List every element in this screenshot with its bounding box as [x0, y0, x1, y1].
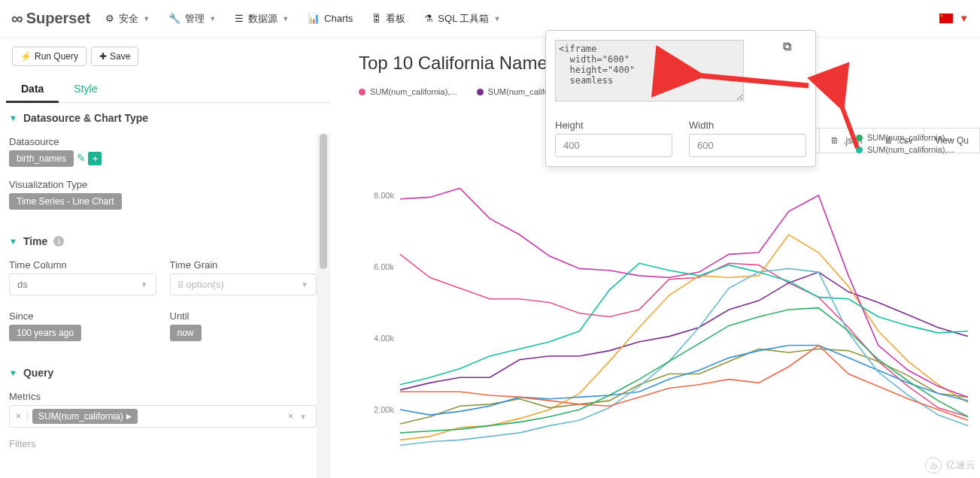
- brand[interactable]: ∞Superset: [11, 9, 90, 29]
- info-icon[interactable]: i: [53, 236, 64, 247]
- nav-datasources[interactable]: ☰数据源▼: [235, 12, 289, 26]
- flask-icon: ⚗: [424, 13, 433, 24]
- svg-text:8.00k: 8.00k: [374, 191, 394, 200]
- svg-text:2.00k: 2.00k: [374, 405, 394, 414]
- flag-icon[interactable]: [939, 14, 953, 23]
- height-input[interactable]: [555, 134, 672, 157]
- time-column-select[interactable]: ds▼: [9, 274, 156, 295]
- watermark-text: 亿速云: [946, 458, 975, 472]
- add-icon[interactable]: ＋: [88, 152, 102, 165]
- legend-text: SUM(num_california),...: [867, 145, 954, 154]
- chevron-down-icon: ▼: [301, 280, 308, 289]
- svg-line-14: [841, 104, 857, 148]
- metric-chip[interactable]: SUM(num_california)▶: [32, 409, 138, 424]
- select-placeholder: 8 option(s): [178, 279, 224, 290]
- control-panel: ▼Datasource & Chart Type Datasource birt…: [6, 103, 330, 449]
- dashboard-icon: 🎛: [372, 13, 381, 24]
- until-label: Until: [170, 310, 317, 322]
- datasource-value[interactable]: birth_names: [9, 150, 74, 167]
- wrench-icon: 🔧: [168, 13, 181, 24]
- viz-type-label: Visualization Type: [9, 179, 317, 190]
- triangle-icon: ▼: [9, 237, 17, 246]
- select-value: ds: [17, 279, 28, 290]
- legend-right: SUM(num_california),... SUM(num_californ…: [856, 133, 954, 157]
- legend-dot: [359, 89, 366, 95]
- legend-text: SUM(num_california),...: [867, 133, 954, 142]
- clear-icon[interactable]: ×: [288, 411, 293, 422]
- viz-type-value[interactable]: Time Series - Line Chart: [9, 193, 122, 210]
- metric-remove-icon[interactable]: ×: [10, 411, 28, 422]
- metrics-select[interactable]: × SUM(num_california)▶ ×▼: [9, 405, 317, 428]
- svg-text:6.00k: 6.00k: [374, 262, 394, 271]
- brand-text: Superset: [26, 10, 91, 27]
- section-label: Time: [23, 235, 47, 247]
- since-label: Since: [9, 310, 156, 322]
- nav-label: Charts: [324, 13, 353, 24]
- chevron-down-icon: ▼: [282, 15, 289, 23]
- watermark: ゐ 亿速云: [925, 457, 975, 473]
- bolt-icon: ⚡: [20, 51, 32, 62]
- nav-label: 安全: [119, 12, 138, 26]
- width-input[interactable]: [689, 134, 806, 157]
- run-query-button[interactable]: ⚡Run Query: [12, 47, 86, 66]
- triangle-icon: ▼: [9, 113, 17, 123]
- database-icon: ☰: [235, 13, 244, 24]
- copy-icon[interactable]: ⧉: [783, 40, 791, 53]
- nav-charts[interactable]: 📊Charts: [308, 12, 353, 26]
- filters-label: Filters: [9, 438, 317, 449]
- toolbar: ⚡Run Query ✚Save: [6, 38, 330, 72]
- nav-label: SQL 工具箱: [438, 12, 489, 26]
- edit-icon[interactable]: ✎: [77, 152, 86, 164]
- chevron-down-icon: ▼: [143, 15, 150, 23]
- section-label: Datasource & Chart Type: [23, 112, 148, 124]
- svg-text:4.00k: 4.00k: [374, 334, 394, 343]
- nav-label: 看板: [386, 12, 405, 26]
- nav-right: ▼: [939, 13, 969, 24]
- save-button[interactable]: ✚Save: [91, 47, 138, 66]
- tabs: Data Style: [6, 77, 330, 103]
- tab-data[interactable]: Data: [6, 77, 59, 103]
- width-label: Width: [689, 120, 806, 131]
- legend-item[interactable]: SUM(num_california),...: [359, 87, 457, 96]
- nav-label: 管理: [185, 12, 205, 26]
- annotation-arrow: [835, 99, 865, 154]
- line-chart: 0.002.00k4.00k6.00k8.00k1965197019751980…: [359, 188, 975, 478]
- height-label: Height: [555, 120, 672, 131]
- embed-popover: ⧉ Height Width: [545, 30, 816, 167]
- chevron-right-icon: ▶: [126, 413, 132, 420]
- legend-item[interactable]: SUM(num_california),...: [856, 133, 954, 142]
- scroll-thumb[interactable]: [320, 134, 327, 269]
- section-query[interactable]: ▼Query: [9, 358, 317, 383]
- nav-manage[interactable]: 🔧管理▼: [168, 12, 216, 26]
- section-datasource[interactable]: ▼Datasource & Chart Type: [9, 103, 317, 129]
- watermark-icon: ゐ: [925, 457, 942, 473]
- gear-icon: ⚙: [105, 13, 114, 24]
- datasource-label: Datasource: [9, 136, 317, 147]
- badge-text: birth_names: [17, 153, 66, 164]
- since-value[interactable]: 100 years ago: [9, 325, 81, 341]
- btn-label: Save: [110, 51, 130, 62]
- section-label: Query: [23, 367, 53, 379]
- plus-icon: ✚: [99, 51, 107, 62]
- chevron-down-icon[interactable]: ▼: [959, 13, 969, 24]
- chevron-down-icon[interactable]: ▼: [299, 413, 307, 421]
- triangle-icon: ▼: [9, 368, 17, 377]
- nav-dashboards[interactable]: 🎛看板: [372, 12, 405, 26]
- metrics-label: Metrics: [9, 391, 317, 402]
- btn-label: Run Query: [35, 51, 78, 62]
- nav-items: ⚙安全▼ 🔧管理▼ ☰数据源▼ 📊Charts 🎛看板 ⚗SQL 工具箱▼: [105, 12, 939, 26]
- section-time[interactable]: ▼Timei: [9, 226, 317, 252]
- nav-sql[interactable]: ⚗SQL 工具箱▼: [424, 12, 500, 26]
- time-grain-select[interactable]: 8 option(s)▼: [170, 274, 317, 295]
- nav-label: 数据源: [248, 12, 278, 26]
- chart-icon: 📊: [308, 13, 320, 24]
- logo-icon: ∞: [11, 9, 23, 29]
- scrollbar[interactable]: [317, 134, 330, 478]
- annotation-arrow: [688, 68, 812, 92]
- legend-text: SUM(num_california),...: [370, 87, 457, 96]
- tab-style[interactable]: Style: [59, 77, 112, 102]
- nav-security[interactable]: ⚙安全▼: [105, 12, 150, 26]
- legend-item[interactable]: SUM(num_california),...: [856, 145, 954, 154]
- until-value[interactable]: now: [170, 325, 202, 341]
- time-column-label: Time Column: [9, 259, 156, 271]
